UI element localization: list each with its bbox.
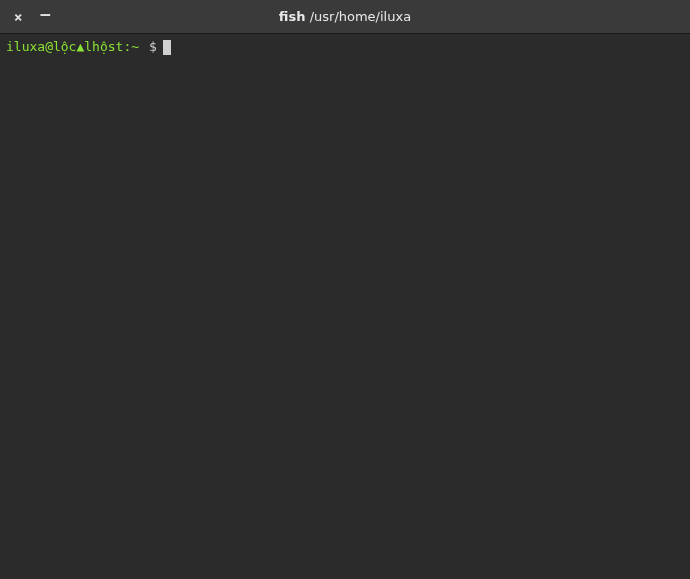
prompt-user-host: iluxa@lộc▲lhộst:~	[6, 38, 139, 56]
terminal-cursor	[163, 40, 171, 55]
terminal-area[interactable]: iluxa@lộc▲lhộst:~ $	[0, 34, 690, 579]
window-controls: × –	[0, 10, 50, 24]
window-titlebar: × – fish /usr/home/iluxa	[0, 0, 690, 34]
prompt-line: iluxa@lộc▲lhộst:~ $	[6, 38, 684, 56]
title-app-name: fish	[279, 9, 306, 24]
prompt-symbol: $	[141, 38, 157, 56]
window-title: fish /usr/home/iluxa	[279, 9, 411, 24]
minimize-icon[interactable]: –	[40, 6, 50, 22]
title-path: /usr/home/iluxa	[310, 9, 411, 24]
close-icon[interactable]: ×	[14, 10, 22, 24]
